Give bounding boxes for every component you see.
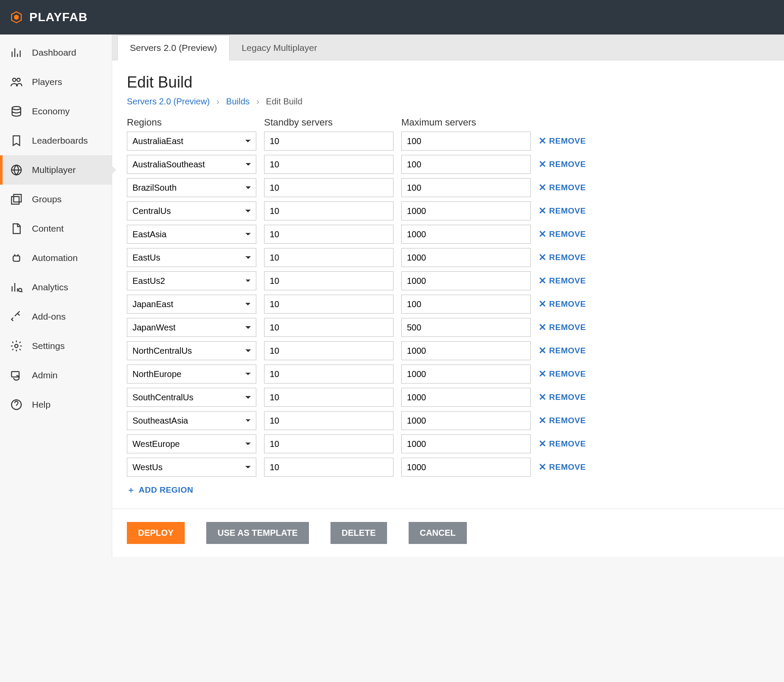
standby-input[interactable] [264,155,394,174]
region-select[interactable]: CentralUs [127,201,256,220]
max-input[interactable] [401,365,531,383]
sidebar-item-leaderboards[interactable]: Leaderboards [0,126,112,155]
standby-input[interactable] [264,318,394,337]
remove-button[interactable]: ✕REMOVE [538,438,599,449]
region-select[interactable]: AustraliaEast [127,132,256,151]
sidebar-item-multiplayer[interactable]: Multiplayer [0,155,112,185]
sidebar-item-players[interactable]: Players [0,67,112,97]
region-select[interactable]: SouthCentralUs [127,388,256,407]
sidebar-item-economy[interactable]: Economy [0,97,112,126]
standby-input[interactable] [264,178,394,197]
chevron-right-icon: › [217,97,220,106]
breadcrumb-builds[interactable]: Builds [226,97,249,106]
remove-button[interactable]: ✕REMOVE [538,345,599,356]
standby-input[interactable] [264,225,394,244]
sidebar-item-automation[interactable]: Automation [0,243,112,273]
svg-point-2 [13,78,16,82]
region-select[interactable]: BrazilSouth [127,178,256,197]
breadcrumb-servers[interactable]: Servers 2.0 (Preview) [127,97,210,106]
remove-button[interactable]: ✕REMOVE [538,252,599,263]
remove-button[interactable]: ✕REMOVE [538,299,599,310]
remove-button[interactable]: ✕REMOVE [538,205,599,217]
remove-button[interactable]: ✕REMOVE [538,462,599,473]
max-input[interactable] [401,271,531,290]
region-select[interactable]: EastUs2 [127,271,256,290]
region-select[interactable]: NorthEurope [127,365,256,383]
max-input[interactable] [401,295,531,314]
region-row: JapanEast ✕REMOVE [127,295,769,314]
sidebar-item-help[interactable]: Help [0,390,112,419]
standby-input[interactable] [264,341,394,360]
sidebar-item-analytics[interactable]: Analytics [0,273,112,302]
remove-button[interactable]: ✕REMOVE [538,415,599,426]
remove-button[interactable]: ✕REMOVE [538,135,599,147]
region-select[interactable]: EastUs [127,248,256,267]
region-row: AustraliaEast ✕REMOVE [127,132,769,151]
remove-button[interactable]: ✕REMOVE [538,229,599,240]
remove-button[interactable]: ✕REMOVE [538,392,599,403]
remove-button[interactable]: ✕REMOVE [538,322,599,333]
remove-button[interactable]: ✕REMOVE [538,368,599,380]
max-input[interactable] [401,341,531,360]
max-input[interactable] [401,155,531,174]
delete-button[interactable]: DELETE [331,522,387,544]
remove-button[interactable]: ✕REMOVE [538,182,599,193]
close-icon: ✕ [538,182,547,193]
remove-button[interactable]: ✕REMOVE [538,159,599,170]
standby-input[interactable] [264,458,394,477]
sidebar-item-content[interactable]: Content [0,214,112,243]
max-input[interactable] [401,178,531,197]
sidebar-item-dashboard[interactable]: Dashboard [0,38,112,67]
col-max: Maximum servers [401,117,531,128]
addons-icon [9,310,23,324]
region-select[interactable]: JapanWest [127,318,256,337]
tab-legacy-multiplayer[interactable]: Legacy Multiplayer [230,36,329,60]
standby-input[interactable] [264,271,394,290]
tab-servers-2-0-preview-[interactable]: Servers 2.0 (Preview) [117,35,230,60]
region-select[interactable]: WestEurope [127,434,256,453]
standby-input[interactable] [264,411,394,430]
region-row: SoutheastAsia ✕REMOVE [127,411,769,430]
sidebar-item-groups[interactable]: Groups [0,185,112,214]
max-input[interactable] [401,248,531,267]
cancel-button[interactable]: CANCEL [409,522,467,544]
standby-input[interactable] [264,132,394,151]
region-select[interactable]: NorthCentralUs [127,341,256,360]
close-icon: ✕ [538,322,547,333]
region-select[interactable]: AustraliaSoutheast [127,155,256,174]
sidebar-item-settings[interactable]: Settings [0,331,112,361]
brand-logo[interactable]: PLAYFAB [9,10,88,24]
max-input[interactable] [401,318,531,337]
max-input[interactable] [401,201,531,220]
standby-input[interactable] [264,295,394,314]
max-input[interactable] [401,132,531,151]
sidebar-item-admin[interactable]: Admin [0,361,112,390]
region-row: AustraliaSoutheast ✕REMOVE [127,155,769,174]
max-input[interactable] [401,225,531,244]
region-select[interactable]: JapanEast [127,295,256,314]
region-select[interactable]: SoutheastAsia [127,411,256,430]
max-input[interactable] [401,388,531,407]
max-input[interactable] [401,434,531,453]
standby-input[interactable] [264,201,394,220]
standby-input[interactable] [264,248,394,267]
region-row: EastUs ✕REMOVE [127,248,769,267]
content-icon [9,222,23,236]
region-select[interactable]: EastAsia [127,225,256,244]
add-region-button[interactable]: ＋ ADD REGION [127,484,193,496]
use-as-template-button[interactable]: USE AS TEMPLATE [206,522,309,544]
svg-rect-6 [12,197,19,204]
remove-button[interactable]: ✕REMOVE [538,275,599,286]
col-region: Regions [127,117,256,128]
standby-input[interactable] [264,365,394,383]
standby-input[interactable] [264,388,394,407]
max-input[interactable] [401,458,531,477]
sidebar-item-label: Multiplayer [32,165,76,175]
region-select[interactable]: WestUs [127,458,256,477]
close-icon: ✕ [538,275,547,286]
max-input[interactable] [401,411,531,430]
deploy-button[interactable]: DEPLOY [127,522,185,544]
region-row: BrazilSouth ✕REMOVE [127,178,769,197]
sidebar-item-addons[interactable]: Add-ons [0,302,112,331]
standby-input[interactable] [264,434,394,453]
